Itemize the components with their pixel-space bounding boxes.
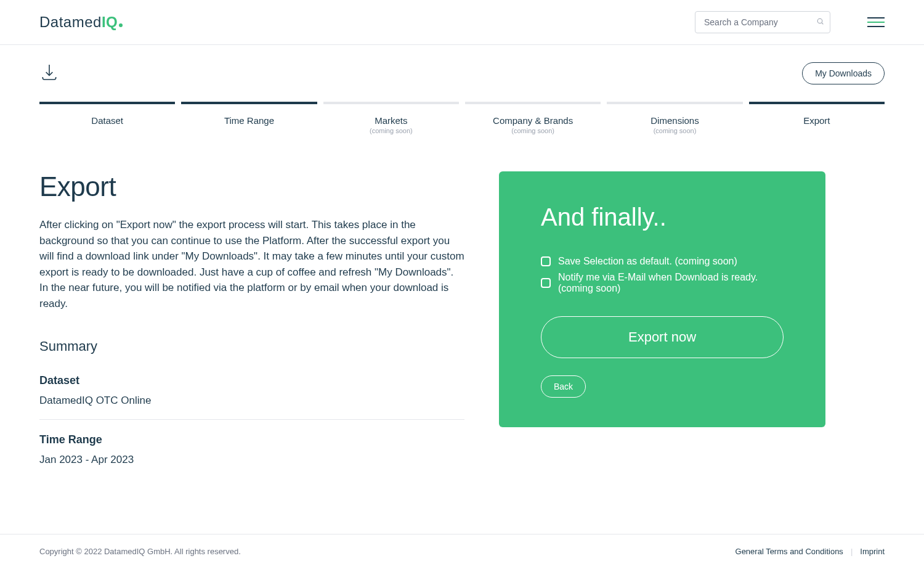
- checkbox-label: Notify me via E-Mail when Download is re…: [558, 272, 784, 294]
- footer-imprint-link[interactable]: Imprint: [860, 547, 885, 556]
- footer-terms-link[interactable]: General Terms and Conditions: [736, 547, 843, 556]
- step-sublabel: (coming soon): [607, 127, 742, 134]
- step-label: Export: [749, 115, 885, 126]
- summary-title: Summary: [39, 338, 464, 354]
- header-right: [695, 11, 885, 33]
- my-downloads-button[interactable]: My Downloads: [802, 62, 885, 84]
- export-now-button[interactable]: Export now: [541, 316, 784, 358]
- checkbox-save-default: Save Selection as default. (coming soon): [541, 256, 784, 267]
- step-bar: [749, 102, 885, 104]
- summary-label: Dataset: [39, 374, 464, 387]
- top-row: My Downloads: [39, 62, 885, 84]
- checkbox-notify-email: Notify me via E-Mail when Download is re…: [541, 272, 784, 294]
- step-bar: [323, 102, 459, 104]
- step-label: Dimensions: [607, 115, 742, 126]
- step-bar: [39, 102, 175, 104]
- logo-text-suffix: IQ: [102, 14, 118, 30]
- step-label: Dataset: [39, 115, 175, 126]
- panel-title: And finally..: [541, 203, 784, 231]
- step-label: Company & Brands: [465, 115, 601, 126]
- menu-icon[interactable]: [867, 17, 885, 27]
- checkbox-icon: [541, 278, 551, 288]
- logo-dot-icon: [119, 23, 123, 27]
- footer-copyright: Copyright © 2022 DatamedIQ GmbH. All rig…: [39, 547, 241, 556]
- step-label: Time Range: [181, 115, 317, 126]
- page-description: After clicking on "Export now" the expor…: [39, 217, 464, 311]
- steps-nav: Dataset Time Range Markets (coming soon)…: [39, 102, 885, 134]
- logo[interactable]: DatamedIQ: [39, 14, 123, 31]
- step-company-brands: Company & Brands (coming soon): [465, 102, 601, 134]
- step-time-range[interactable]: Time Range: [181, 102, 317, 134]
- download-icon: [39, 62, 59, 84]
- checkbox-icon: [541, 256, 551, 266]
- footer-links: General Terms and Conditions | Imprint: [736, 547, 885, 556]
- step-dimensions: Dimensions (coming soon): [607, 102, 742, 134]
- main-content: My Downloads Dataset Time Range Markets …: [0, 45, 924, 534]
- search-box: [695, 11, 830, 33]
- header: DatamedIQ: [0, 0, 924, 45]
- step-markets: Markets (coming soon): [323, 102, 459, 134]
- step-dataset[interactable]: Dataset: [39, 102, 175, 134]
- footer-divider: |: [851, 547, 853, 556]
- step-sublabel: (coming soon): [465, 127, 601, 134]
- logo-text-prefix: Datamed: [39, 14, 102, 30]
- checkbox-label: Save Selection as default. (coming soon): [558, 256, 737, 267]
- content-row: Export After clicking on "Export now" th…: [39, 171, 885, 492]
- step-bar: [465, 102, 601, 104]
- export-panel: And finally.. Save Selection as default.…: [499, 171, 825, 427]
- footer: Copyright © 2022 DatamedIQ GmbH. All rig…: [0, 534, 924, 568]
- summary-item-time-range: Time Range Jan 2023 - Apr 2023: [39, 433, 464, 478]
- step-bar: [181, 102, 317, 104]
- summary-value: Jan 2023 - Apr 2023: [39, 454, 464, 466]
- step-bar: [607, 102, 742, 104]
- search-input[interactable]: [695, 11, 830, 33]
- step-export[interactable]: Export: [749, 102, 885, 134]
- step-sublabel: (coming soon): [323, 127, 459, 134]
- back-button[interactable]: Back: [541, 375, 586, 398]
- left-column: Export After clicking on "Export now" th…: [39, 171, 464, 492]
- summary-value: DatamedIQ OTC Online: [39, 395, 464, 407]
- page-title: Export: [39, 171, 464, 202]
- step-label: Markets: [323, 115, 459, 126]
- summary-label: Time Range: [39, 433, 464, 446]
- summary-item-dataset: Dataset DatamedIQ OTC Online: [39, 374, 464, 420]
